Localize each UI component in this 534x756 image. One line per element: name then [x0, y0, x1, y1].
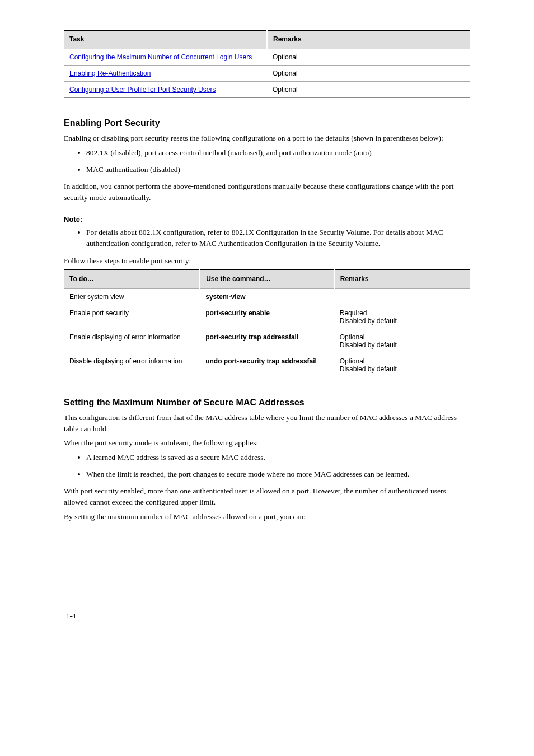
- table-row: Disable displaying of error information …: [64, 353, 470, 377]
- cmd-todo: Disable displaying of error information: [64, 353, 200, 377]
- task-link-max-concurrent[interactable]: Configuring the Maximum Number of Concur…: [69, 53, 252, 61]
- cmd-use: port-security trap addressfail: [200, 329, 334, 353]
- paragraph: Enabling or disabling port security rese…: [64, 133, 470, 144]
- task-remarks: Optional: [267, 82, 470, 98]
- cmd-use: port-security enable: [200, 305, 334, 329]
- paragraph: With port security enabled, more than on…: [64, 486, 470, 507]
- commands-table: To do… Use the command… Remarks Enter sy…: [64, 269, 470, 377]
- task-link-reauth[interactable]: Enabling Re-Authentication: [69, 69, 151, 77]
- table-row: Configuring a User Profile for Port Secu…: [64, 82, 470, 98]
- table-row: Enable displaying of error information p…: [64, 329, 470, 353]
- cmd-remarks: Optional Disabled by default: [334, 329, 470, 353]
- tasks-table: Task Remarks Configuring the Maximum Num…: [64, 30, 470, 98]
- table-row: Configuring the Maximum Number of Concur…: [64, 49, 470, 66]
- heading-enable-port-security: Enabling Port Security: [64, 118, 470, 128]
- heading-max-secure-mac: Setting the Maximum Number of Secure MAC…: [64, 398, 470, 408]
- paragraph: By setting the maximum number of MAC add…: [64, 511, 470, 522]
- table-row: Enter system view system-view —: [64, 289, 470, 305]
- cmd-remarks: —: [334, 289, 470, 305]
- task-remarks: Optional: [267, 66, 470, 82]
- table-row: Enable port security port-security enabl…: [64, 305, 470, 329]
- cmd-use: undo port-security trap addressfail: [200, 353, 334, 377]
- autolearn-list: A learned MAC address is saved as a secu…: [64, 452, 470, 480]
- cmd-todo: Enable port security: [64, 305, 200, 329]
- paragraph: This configuration is different from tha…: [64, 412, 470, 434]
- tasks-header-remarks: Remarks: [267, 30, 470, 49]
- commands-header-use: Use the command…: [200, 270, 334, 289]
- cmd-use: system-view: [200, 289, 334, 305]
- task-link-user-profile[interactable]: Configuring a User Profile for Port Secu…: [69, 86, 216, 94]
- paragraph: In addition, you cannot perform the abov…: [64, 181, 470, 203]
- note-label: Note:: [64, 215, 470, 223]
- list-item: 802.1X (disabled), port access control m…: [86, 147, 470, 158]
- list-item: For details about 802.1X configuration, …: [86, 227, 470, 250]
- cmd-todo: Enable displaying of error information: [64, 329, 200, 353]
- commands-header-remarks: Remarks: [334, 270, 470, 289]
- list-item: A learned MAC address is saved as a secu…: [86, 452, 470, 463]
- list-item: MAC authentication (disabled): [86, 164, 470, 175]
- cmd-todo: Enter system view: [64, 289, 200, 305]
- page-number: 1-4: [66, 612, 470, 620]
- reset-defaults-list: 802.1X (disabled), port access control m…: [64, 147, 470, 176]
- task-remarks: Optional: [267, 49, 470, 66]
- tasks-header-task: Task: [64, 30, 267, 49]
- paragraph: When the port security mode is autolearn…: [64, 437, 470, 449]
- cmd-remarks: Optional Disabled by default: [334, 353, 470, 377]
- paragraph: Follow these steps to enable port securi…: [64, 255, 470, 267]
- commands-header-todo: To do…: [64, 270, 200, 289]
- list-item: When the limit is reached, the port chan…: [86, 469, 470, 480]
- table-row: Enabling Re-Authentication Optional: [64, 66, 470, 82]
- note-list: For details about 802.1X configuration, …: [64, 227, 470, 250]
- cmd-remarks: Required Disabled by default: [334, 305, 470, 329]
